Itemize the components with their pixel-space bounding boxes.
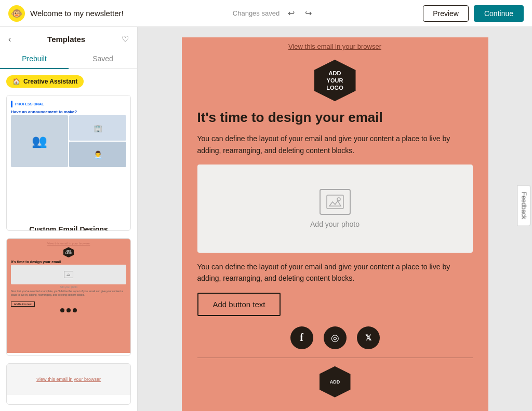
email-photo-placeholder-icon <box>320 189 351 215</box>
mini-ig-icon <box>66 308 71 312</box>
mini-img-2: 🏢 <box>69 115 126 141</box>
email-logo-text: ADDYOURLOGO <box>326 70 343 92</box>
creative-assistant-icon: 🏠 <box>12 78 20 85</box>
footer-logo-text: ADD <box>330 379 340 385</box>
email-divider <box>197 358 473 358</box>
mini-bold-logo: ADDLOGO <box>63 247 74 257</box>
instagram-icon[interactable]: ◎ <box>324 326 347 349</box>
mini-bold-social <box>11 308 126 312</box>
template-name-custom: Custom Email Designs <box>13 225 124 231</box>
mini-professional-badge: PROFESSIONAL <box>11 101 103 107</box>
main-layout: ‹ Templates ♡ Prebuilt Saved 🏠 Creative … <box>0 27 532 411</box>
sidebar-back-button[interactable]: ‹ <box>8 35 11 44</box>
tab-prebuilt[interactable]: Prebuilt <box>0 49 69 69</box>
email-body: It's time to design your email You can d… <box>182 109 488 411</box>
creative-assistant-label: Creative Assistant <box>23 78 77 85</box>
email-logo-section: ADDYOURLOGO <box>182 54 488 109</box>
mini-fb-icon <box>60 308 64 312</box>
redo-button[interactable]: ↪ <box>303 6 314 20</box>
mini-bold-photo-icon: ⛰ <box>64 271 73 278</box>
feedback-tab[interactable]: Feedback <box>517 185 531 226</box>
top-nav: 🐵 Welcome to my newsletter! Changes save… <box>0 0 532 27</box>
card-info-custom: Custom Email Designs Created for your br… <box>7 220 130 231</box>
mini-tw-icon <box>73 308 77 312</box>
mailchimp-logo: 🐵 <box>8 5 25 22</box>
email-headline: It's time to design your email <box>197 109 473 126</box>
sidebar-tabs: Prebuilt Saved <box>0 49 137 69</box>
mini-bold-button: Add button text <box>11 302 35 307</box>
view-in-browser-link[interactable]: View this email in your browser <box>182 37 488 54</box>
email-footer-hex[interactable]: ADD <box>320 366 351 398</box>
nav-right: Preview Continue <box>423 5 524 22</box>
custom-email-designs-card[interactable]: PROFESSIONAL Have an announcement to mak… <box>6 95 131 231</box>
preview-button[interactable]: Preview <box>423 5 469 22</box>
nav-center: Changes saved ↩ ↪ <box>233 6 314 20</box>
email-button-section: Add button text <box>197 293 473 316</box>
sidebar-title: Templates <box>47 35 85 44</box>
email-paragraph-2: You can define the layout of your email … <box>197 261 473 284</box>
changes-saved-status: Changes saved <box>233 9 280 17</box>
mini-img-1: 👥 <box>11 115 68 167</box>
mini-bold-photo-label: Add your photo <box>11 285 126 289</box>
continue-button[interactable]: Continue <box>474 5 524 22</box>
creative-assistant-badge[interactable]: 🏠 Creative Assistant <box>6 75 84 88</box>
mini-bold-body-text: Now that you've selected a template, you… <box>11 290 126 297</box>
nav-title: Welcome to my newsletter! <box>30 9 124 18</box>
mini-img-3: 👨‍💼 <box>69 142 126 167</box>
svg-rect-0 <box>327 195 343 209</box>
email-footer-logo: ADD <box>197 366 473 406</box>
email-paragraph-1: You can define the layout of your email … <box>197 133 473 156</box>
facebook-icon[interactable]: f <box>290 326 313 349</box>
mini-bold-view-browser: View this email in your browser <box>11 242 126 245</box>
twitter-icon[interactable]: 𝕏 <box>357 326 380 349</box>
sidebar-favorites-button[interactable]: ♡ <box>122 34 129 44</box>
undo-button[interactable]: ↩ <box>286 6 297 20</box>
bold-card-preview: View this email in your browser ADDLOGO … <box>7 239 130 353</box>
email-social-section: f ◎ 𝕏 <box>197 326 473 349</box>
content-area: View this email in your browser ADDYOURL… <box>138 27 532 411</box>
email-canvas: View this email in your browser ADDYOURL… <box>182 37 488 401</box>
email-photo-label: Add your photo <box>310 220 360 228</box>
mini-bold-photo-block: ⛰ <box>11 265 126 284</box>
sidebar-content: 🏠 Creative Assistant PROFESSIONAL Have a… <box>0 69 137 411</box>
email-photo-block[interactable]: Add your photo <box>197 165 473 253</box>
mini-pro-announce: Have an announcement to make? <box>11 109 126 114</box>
card-preview-professional: PROFESSIONAL Have an announcement to mak… <box>7 95 130 220</box>
sidebar: ‹ Templates ♡ Prebuilt Saved 🏠 Creative … <box>0 27 138 411</box>
mini-bold-headline: It's time to design your email <box>11 260 126 264</box>
svg-point-1 <box>337 198 340 201</box>
bold-card-info: Bold <box>7 353 130 356</box>
extra-template-preview: View this email in your browser <box>7 364 130 395</box>
extra-template-view-browser: View this email in your browser <box>36 377 101 382</box>
sidebar-header: ‹ Templates ♡ <box>0 27 137 44</box>
extra-template-card[interactable]: View this email in your browser <box>6 363 131 405</box>
nav-left: 🐵 Welcome to my newsletter! <box>8 5 124 22</box>
tab-saved[interactable]: Saved <box>69 49 137 69</box>
bold-template-card[interactable]: View this email in your browser ADDLOGO … <box>6 238 131 356</box>
email-logo-hex[interactable]: ADDYOURLOGO <box>314 60 356 101</box>
email-cta-button[interactable]: Add button text <box>197 293 281 316</box>
